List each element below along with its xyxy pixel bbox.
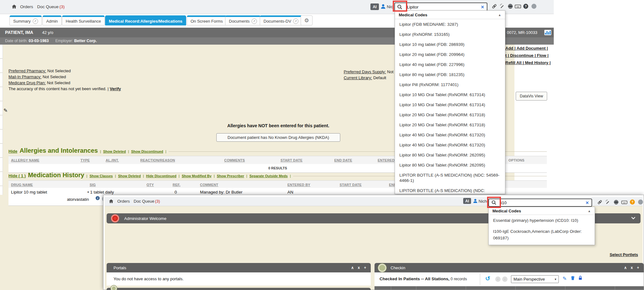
nkda-button[interactable]: Document patient has No Known Drug Aller… [216, 133, 340, 142]
tab-medical-record-allergies-medications[interactable]: Medical Record:Allergies/Medications [105, 15, 186, 25]
current-library-link[interactable]: Current Library: [344, 75, 372, 80]
dropdown-header[interactable]: Medical Codes ▲ [395, 11, 505, 19]
col-reaction-reason[interactable]: REACTION/REASON [140, 158, 175, 162]
col-start-date[interactable]: START DATE [280, 158, 303, 162]
search-input[interactable]: Lipitor ✕ [394, 3, 487, 11]
popout-icon[interactable]: ↗ [33, 19, 38, 24]
close-icon[interactable]: x [356, 265, 361, 270]
keyboard-icon[interactable] [514, 3, 522, 10]
lock-icon[interactable] [578, 275, 583, 282]
dropdown-item[interactable]: Lipitor 20 MG Oral Tablet (RxNORM: 61731… [395, 120, 505, 130]
tab-admin[interactable]: Admin [42, 15, 62, 25]
edit-pencil-icon[interactable]: ✎ [563, 276, 567, 282]
dropdown-item[interactable]: Lipitor 80 MG Oral Tablet (RxNORM: 26209… [395, 160, 505, 170]
medicare-drug-plan-link[interactable]: Medicare Drug Plan: [8, 80, 46, 85]
select-portlets-link[interactable]: Select Portlets [594, 252, 638, 257]
search-input[interactable]: i10 ✕ [488, 199, 592, 207]
dropdown-item[interactable]: Lipitor 10 MG Oral Tablet (RxNORM: 61731… [395, 90, 505, 100]
sort-up-icon[interactable]: ▲ [588, 209, 591, 213]
link-icon[interactable] [491, 3, 498, 10]
action-links-row3[interactable]: Refill All | Med History | [505, 60, 551, 65]
dropdown-item[interactable]: Lipitor 20 MG Oral Tablet (RxNORM: 61731… [395, 110, 505, 120]
ai-badge[interactable]: AI [370, 3, 379, 10]
search-icon[interactable] [491, 200, 497, 207]
col-type[interactable]: TYPE [80, 158, 90, 162]
dropdown-item[interactable]: Lipitor 40 mg tablet (FDB: 227996) [395, 59, 505, 69]
tab-documents[interactable]: Documents ↗ [225, 15, 261, 25]
tab-health-surveillance[interactable]: Health Surveillance [62, 15, 105, 25]
clear-search-icon[interactable]: ✕ [586, 200, 591, 205]
keyboard-icon[interactable] [620, 198, 628, 206]
tab-on-screen-forms[interactable]: On Screen Forms [187, 15, 227, 25]
preferred-pharmacy-link[interactable]: Preferred Pharmacy: [8, 68, 46, 73]
globe-icon[interactable] [507, 3, 514, 10]
datavis-chart-icon[interactable] [544, 30, 551, 35]
move-icon[interactable]: + [636, 265, 641, 270]
col-end-date[interactable]: END DATE [334, 158, 352, 162]
nav-doc-queue[interactable]: Doc Queue [134, 199, 154, 204]
home-icon[interactable] [108, 199, 114, 205]
col-ref[interactable]: REF. [173, 183, 180, 187]
medications-hide-link[interactable]: Hide ( 1 ) [8, 173, 26, 178]
next-page-icon[interactable]: › [502, 276, 508, 282]
dropdown-item[interactable]: Lipitor 40 MG Oral Tablet (RxNORM: 61732… [395, 130, 505, 140]
col-entered-by[interactable]: ENTERED BY [287, 183, 310, 187]
col-comments[interactable]: COMMENTS [224, 158, 245, 162]
sort-up-icon[interactable]: ▲ [498, 13, 501, 17]
chevron-down-icon[interactable] [630, 215, 636, 222]
dropdown-item[interactable]: I100-IgE Cockroach,American (LabCorp Ord… [489, 226, 595, 243]
dropdown-item[interactable]: Lipitor 80 MG Oral Tablet (RxNORM: 26209… [395, 150, 505, 160]
move-icon[interactable]: + [363, 265, 368, 270]
med-show-deleted-link[interactable]: Show Deleted [118, 174, 141, 178]
help-icon[interactable]: ? [522, 3, 530, 10]
tab-summary[interactable]: Summary ↗ [9, 15, 42, 25]
dropdown-item[interactable]: Lipitor 10 MG Oral Tablet (RxNORM: 61731… [395, 100, 505, 110]
wand-icon[interactable] [604, 198, 612, 206]
datavis-view-button[interactable]: DataVis View [516, 92, 547, 101]
col-start-date[interactable]: START DATE [340, 183, 362, 187]
collapse-icon[interactable]: ∧ [623, 265, 628, 270]
preferred-days-supply-link[interactable]: Preferred Days Supply: [344, 69, 386, 74]
col-allergy-name[interactable]: ALLERGY NAME [11, 158, 39, 162]
clear-search-icon[interactable]: ✕ [481, 5, 487, 9]
home-icon[interactable] [11, 4, 17, 11]
dropdown-item[interactable]: Lipitor (RxNORM: 153165) [395, 29, 505, 39]
col-qty[interactable]: QTY [147, 183, 154, 187]
dropdown-item[interactable]: Essential (primary) hypertension (ICD10:… [489, 215, 595, 226]
checkin-panel-header[interactable]: Checkin ∧ x + [375, 263, 644, 272]
collapse-icon[interactable]: ∧ [350, 265, 355, 270]
dropdown-item[interactable]: Lipitor 80 mg tablet (FDB: 181235) [395, 69, 505, 79]
dropdown-item[interactable]: Lipitor 20 mg tablet (FDB: 209964) [395, 49, 505, 59]
tab-documents-dv[interactable]: Documents-DV ↗ [260, 15, 302, 25]
med-separate-outside-meds-link[interactable]: Separate Outside Meds [249, 174, 288, 178]
tab-settings-gear-button[interactable]: ⚙ [301, 15, 313, 25]
med-hide-discontinued-link[interactable]: Hide Discontinued [146, 174, 177, 178]
med-show-classes-link[interactable]: Show Classes [90, 174, 113, 178]
perspective-select[interactable]: Main Perspective ▾ [511, 275, 559, 283]
allergies-hide-link[interactable]: Hide [8, 149, 17, 154]
search-icon[interactable] [397, 4, 403, 11]
popout-icon[interactable]: ↗ [252, 19, 257, 24]
globe-icon[interactable] [612, 198, 620, 206]
trash-icon[interactable] [570, 276, 575, 282]
link-icon[interactable] [596, 198, 603, 206]
action-links-row2[interactable]: t | Discontinue | Flow | [505, 53, 548, 58]
prev-page-icon[interactable]: ‹ [495, 276, 501, 282]
dropdown-item[interactable]: LIPITOR BOTTLE (A-S MEDICATION) (NDC: 54… [395, 170, 505, 185]
portals-panel-header[interactable]: Portals ∧ x + [107, 263, 371, 272]
dropdown-item[interactable]: Lipitor 40 MG Oral Tablet (RxNORM: 61732… [395, 140, 505, 150]
refresh-icon[interactable]: ↺ [485, 275, 490, 282]
dropdown-item[interactable]: Lipitor (FDB MEDNAME: 3287) [395, 19, 505, 29]
nav-orders[interactable]: Orders [20, 4, 33, 9]
close-icon[interactable]: x [629, 265, 634, 270]
nav-orders[interactable]: Orders [117, 199, 130, 204]
verify-link[interactable]: Verify [110, 86, 121, 91]
nav-doc-queue[interactable]: Doc Queue [37, 4, 58, 9]
col-al-int[interactable]: AL./INT. [106, 158, 119, 162]
edit-pencil-icon[interactable]: ✎ [3, 107, 8, 113]
allergies-show-discontinued-link[interactable]: Show Discontinued [131, 150, 163, 153]
dropdown-item[interactable]: Lipitor 10 mg tablet (FDB: 286939) [395, 39, 505, 49]
dropdown-header[interactable]: Medical Codes ▲ [489, 207, 595, 215]
dropdown-item[interactable]: LIPITOR BOTTLE (A-S MEDICATION) (NDC: [395, 185, 505, 194]
med-show-prescriber-link[interactable]: Show Prescriber [217, 174, 244, 178]
